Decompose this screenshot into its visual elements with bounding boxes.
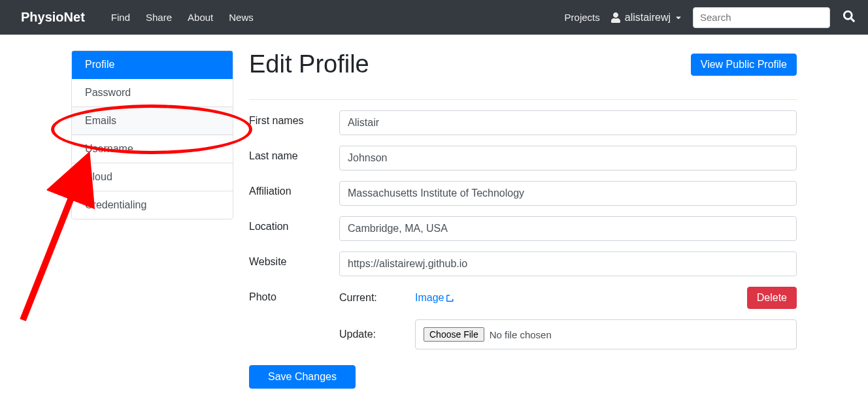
input-affiliation[interactable] bbox=[339, 181, 797, 206]
page-title: Edit Profile bbox=[249, 50, 369, 78]
label-affiliation: Affiliation bbox=[249, 181, 339, 197]
main-container: Profile Password Emails Username Cloud C… bbox=[71, 35, 797, 403]
search-icon bbox=[843, 10, 855, 22]
chevron-down-icon bbox=[675, 14, 682, 22]
save-row: Save Changes bbox=[249, 365, 797, 389]
nav-about[interactable]: About bbox=[188, 12, 213, 23]
search-input[interactable] bbox=[693, 7, 830, 28]
user-icon bbox=[610, 12, 621, 23]
nav-find[interactable]: Find bbox=[111, 12, 130, 23]
input-last-name[interactable] bbox=[339, 146, 797, 170]
sidebar-item-credentialing[interactable]: Credentialing bbox=[72, 191, 233, 219]
input-first-names[interactable] bbox=[339, 110, 797, 135]
row-photo: Photo Current: Image Delete Update: Choo… bbox=[249, 287, 797, 349]
nav-share[interactable]: Share bbox=[146, 12, 172, 23]
row-first-names: First names bbox=[249, 110, 797, 135]
photo-section: Current: Image Delete Update: Choose Fil… bbox=[339, 287, 797, 349]
photo-current-label: Current: bbox=[339, 292, 415, 304]
sidebar-item-emails[interactable]: Emails bbox=[72, 107, 233, 135]
row-location: Location bbox=[249, 216, 797, 241]
row-website: Website bbox=[249, 251, 797, 276]
nav-left: Find Share About News bbox=[111, 12, 254, 23]
label-website: Website bbox=[249, 251, 339, 268]
save-changes-button[interactable]: Save Changes bbox=[249, 365, 356, 389]
sidebar-item-profile[interactable]: Profile bbox=[72, 51, 233, 79]
brand-logo[interactable]: PhysioNet bbox=[21, 10, 85, 25]
sidebar-item-cloud[interactable]: Cloud bbox=[72, 163, 233, 191]
row-last-name: Last name bbox=[249, 146, 797, 170]
choose-file-button[interactable]: Choose File bbox=[424, 327, 484, 342]
row-affiliation: Affiliation bbox=[249, 181, 797, 206]
page-header: Edit Profile View Public Profile bbox=[249, 50, 797, 89]
external-link-icon bbox=[446, 294, 454, 302]
username-label: alistairewj bbox=[625, 12, 671, 24]
photo-delete-button[interactable]: Delete bbox=[747, 287, 797, 309]
photo-delete-wrap: Delete bbox=[747, 287, 797, 309]
photo-image-link[interactable]: Image bbox=[415, 292, 454, 304]
navbar: PhysioNet Find Share About News Projects… bbox=[0, 0, 868, 35]
search-button[interactable] bbox=[841, 8, 858, 27]
file-input-container[interactable]: Choose File No file chosen bbox=[415, 319, 797, 349]
sidebar: Profile Password Emails Username Cloud C… bbox=[71, 50, 233, 389]
input-location[interactable] bbox=[339, 216, 797, 241]
main-content: Edit Profile View Public Profile First n… bbox=[249, 50, 797, 389]
view-public-profile-button[interactable]: View Public Profile bbox=[691, 54, 797, 76]
input-website[interactable] bbox=[339, 251, 797, 276]
nav-news[interactable]: News bbox=[229, 12, 254, 23]
label-location: Location bbox=[249, 216, 339, 233]
photo-update-row: Update: Choose File No file chosen bbox=[339, 319, 797, 349]
sidebar-list: Profile Password Emails Username Cloud C… bbox=[71, 50, 233, 219]
sidebar-item-username[interactable]: Username bbox=[72, 135, 233, 163]
label-photo: Photo bbox=[249, 287, 339, 303]
label-first-names: First names bbox=[249, 110, 339, 127]
nav-projects[interactable]: Projects bbox=[565, 12, 600, 23]
sidebar-item-password[interactable]: Password bbox=[72, 79, 233, 107]
nav-right: Projects alistairewj bbox=[565, 7, 858, 28]
photo-current-row: Current: Image Delete bbox=[339, 287, 797, 309]
photo-update-label: Update: bbox=[339, 329, 415, 340]
divider bbox=[249, 99, 797, 100]
label-last-name: Last name bbox=[249, 146, 339, 162]
no-file-text: No file chosen bbox=[490, 329, 552, 340]
user-menu[interactable]: alistairewj bbox=[610, 12, 682, 24]
